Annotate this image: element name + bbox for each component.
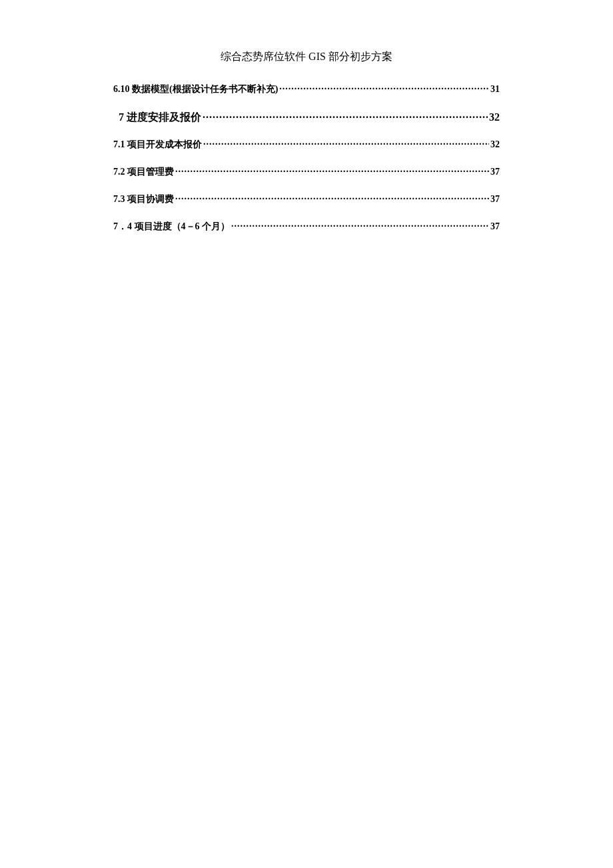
toc-dots [175,193,489,202]
toc-entry: 7 进度安排及报价 32 [113,110,500,125]
toc-dots [279,83,489,92]
toc-label: 7．4 项目进度（4－6 个月） [113,221,230,233]
toc-label: 7.2 项目管理费 [113,166,174,178]
toc-label: 7.3 项目协调费 [113,193,174,205]
toc-entry: 7.3 项目协调费 37 [113,193,500,205]
toc-dots [231,220,489,229]
toc-dots [203,110,488,121]
toc-label: 7 进度安排及报价 [113,111,201,125]
toc-entry: 7.2 项目管理费 37 [113,165,500,178]
toc-page: 31 [490,84,500,95]
toc-entry: 7.1 项目开发成本报价 32 [113,138,500,151]
toc-dots [203,138,489,147]
toc-entry: 7．4 项目进度（4－6 个月） 37 [113,220,500,233]
toc-page: 32 [490,139,500,150]
toc-page: 37 [490,167,500,177]
toc-label: 6.10 数据模型(根据设计任务书不断补充) [113,83,278,95]
toc-dots [175,165,489,175]
toc-label: 7.1 项目开发成本报价 [113,139,202,151]
toc-page: 37 [490,194,500,205]
toc-entry: 6.10 数据模型(根据设计任务书不断补充) 31 [113,83,500,95]
toc-page: 32 [489,111,500,123]
toc-page: 37 [490,221,500,232]
page-header-title: 综合态势席位软件 GIS 部分初步方案 [113,50,500,64]
